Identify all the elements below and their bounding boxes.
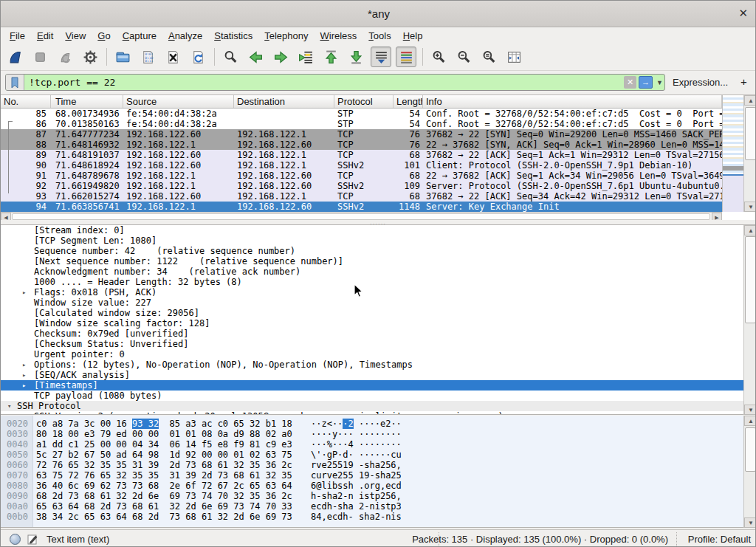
hex-row[interactable]: 0060 72 76 65 32 35 35 31 39 2d 73 68 61… <box>1 460 743 470</box>
menu-wireless[interactable]: Wireless <box>315 29 363 43</box>
column-header-len[interactable]: Length <box>394 95 423 108</box>
expand-arrow-icon[interactable]: ▸ <box>22 287 26 297</box>
detail-row[interactable]: Checksum: 0x79ed [unverified] <box>1 328 743 339</box>
filter-bookmark-button[interactable] <box>6 75 24 90</box>
detail-row[interactable]: TCP payload (1080 bytes) <box>1 391 743 401</box>
packet-row[interactable]: 92 71.661949820 192.168.122.1 192.168.12… <box>1 181 722 191</box>
detail-row[interactable]: ▸ [SEQ/ACK analysis] <box>1 370 743 380</box>
detail-row[interactable]: [Next sequence number: 1122 (relative se… <box>1 256 743 266</box>
expand-arrow-icon[interactable]: ▾ <box>7 401 11 411</box>
detail-row[interactable]: [Checksum Status: Unverified] <box>1 339 743 349</box>
scroll-up-icon[interactable]: ▲ <box>744 225 756 235</box>
capture-restart-icon[interactable] <box>55 47 75 67</box>
hex-row[interactable]: 0070 63 75 72 76 65 32 35 35 31 39 2d 73… <box>1 470 743 481</box>
menu-edit[interactable]: Edit <box>31 29 59 43</box>
capture-stop-icon[interactable] <box>30 47 50 67</box>
packet-row[interactable]: 85 68.001734936 fe:54:00:d4:38:2a STP 54… <box>1 109 722 119</box>
close-window-icon[interactable]: ✕ <box>738 7 748 20</box>
hex-row[interactable]: 00b0 38 34 2c 65 63 64 68 2d 73 68 61 32… <box>1 512 743 522</box>
menu-file[interactable]: File <box>4 29 31 43</box>
hex-row[interactable]: 0030 80 18 00 e3 79 ed 00 00 01 01 08 0a… <box>1 429 743 439</box>
title-bar[interactable]: *any ✕ <box>1 1 756 27</box>
detail-row[interactable]: [Stream index: 0] <box>1 225 743 235</box>
detail-row[interactable]: Urgent pointer: 0 <box>1 349 743 359</box>
menu-view[interactable]: View <box>59 29 92 43</box>
packet-row[interactable]: 94 71.663856741 192.168.122.1 192.168.12… <box>1 202 722 212</box>
find-packet-icon[interactable] <box>220 47 241 67</box>
filter-clear-icon[interactable]: ✕ <box>624 76 636 89</box>
go-last-icon[interactable] <box>346 47 366 67</box>
scrollbar-thumb[interactable] <box>745 107 756 160</box>
go-to-packet-icon[interactable] <box>295 47 316 67</box>
detail-row[interactable]: ▸ SSH Version 2 (encryption:chacha20-pol… <box>1 411 743 415</box>
scroll-down-icon[interactable]: ▼ <box>744 517 756 528</box>
menu-analyze[interactable]: Analyze <box>162 29 208 43</box>
packet-row[interactable]: 88 71.648146932 192.168.122.1 192.168.12… <box>1 140 722 150</box>
hex-row[interactable]: 0080 36 40 6c 69 62 73 73 68 2e 6f 72 67… <box>1 481 743 491</box>
detail-row[interactable]: Window size value: 227 <box>1 297 743 308</box>
intelligent-scrollbar-minimap[interactable] <box>722 95 743 212</box>
packet-row[interactable]: 91 71.648789678 192.168.122.1 192.168.12… <box>1 171 722 181</box>
details-vscrollbar[interactable]: ▲ ▼ <box>743 225 756 415</box>
detail-row[interactable]: [Calculated window size: 29056] <box>1 308 743 318</box>
menu-capture[interactable]: Capture <box>117 29 162 43</box>
resize-columns-icon[interactable] <box>504 47 524 67</box>
packet-list-header[interactable]: No.TimeSourceDestinationProtocolLengthIn… <box>1 95 722 109</box>
capture-options-icon[interactable] <box>80 47 100 67</box>
detail-row[interactable]: [TCP Segment Len: 1080] <box>1 235 743 246</box>
detail-row[interactable]: 1000 .... = Header Length: 32 bytes (8) <box>1 277 743 287</box>
capture-comment-icon[interactable] <box>27 534 38 545</box>
packet-row[interactable]: 87 71.647777234 192.168.122.60 192.168.1… <box>1 129 722 140</box>
filter-dropdown-icon[interactable]: ▼ <box>655 79 664 86</box>
expert-info-icon[interactable] <box>10 534 21 545</box>
expand-arrow-icon[interactable]: ▸ <box>22 380 26 391</box>
hex-row[interactable]: 0090 68 2d 73 68 61 32 2d 6e 69 73 74 70… <box>1 491 743 501</box>
packet-list-vscrollbar[interactable]: ▲ ▼ <box>743 95 756 212</box>
menu-statistics[interactable]: Statistics <box>208 29 258 43</box>
detail-row[interactable]: ▾ SSH Protocol <box>1 401 743 411</box>
column-header-dst[interactable]: Destination <box>234 95 334 108</box>
go-back-icon[interactable] <box>245 47 266 67</box>
packet-row[interactable]: 93 71.662015274 192.168.122.60 192.168.1… <box>1 191 722 202</box>
file-open-icon[interactable] <box>112 47 133 67</box>
zoom-100-icon[interactable] <box>478 47 499 67</box>
menu-tools[interactable]: Tools <box>362 29 396 43</box>
go-forward-icon[interactable] <box>270 47 291 67</box>
column-header-time[interactable]: Time <box>51 95 123 108</box>
auto-scroll-icon[interactable] <box>371 47 391 67</box>
detail-row[interactable]: ▸ [Timestamps] <box>1 380 743 391</box>
expand-arrow-icon[interactable]: ▸ <box>22 370 26 380</box>
packet-row[interactable]: 90 71.648618924 192.168.122.60 192.168.1… <box>1 160 722 171</box>
file-close-icon[interactable] <box>162 47 183 67</box>
zoom-out-icon[interactable] <box>453 47 474 67</box>
colorize-packets-icon[interactable] <box>396 47 416 67</box>
file-save-icon[interactable]: 010101100111 <box>137 47 158 67</box>
scroll-up-icon[interactable]: ▲ <box>744 416 756 426</box>
column-header-info[interactable]: Info <box>423 95 722 108</box>
menu-go[interactable]: Go <box>92 29 116 43</box>
scrollbar-thumb[interactable] <box>745 236 756 323</box>
scroll-up-icon[interactable]: ▲ <box>744 95 756 106</box>
hex-row[interactable]: 0020 c0 a8 7a 3c 00 16 93 32 85 a3 ac c0… <box>1 419 743 429</box>
scroll-down-icon[interactable]: ▼ <box>744 202 756 212</box>
detail-row[interactable]: ▸ Options: (12 bytes), No-Operation (NOP… <box>1 359 743 370</box>
column-header-no[interactable]: No. <box>1 95 51 108</box>
column-header-src[interactable]: Source <box>123 95 234 108</box>
packet-row[interactable]: 89 71.648191037 192.168.122.60 192.168.1… <box>1 150 722 160</box>
packet-row[interactable]: 86 70.013850163 fe:54:00:d4:38:2a STP 54… <box>1 119 722 129</box>
file-reload-icon[interactable] <box>188 47 208 67</box>
hex-row[interactable]: 00a0 65 63 64 68 2d 73 68 61 32 2d 6e 69… <box>1 501 743 512</box>
menu-help[interactable]: Help <box>397 29 429 43</box>
zoom-in-icon[interactable] <box>428 47 449 67</box>
menu-telephony[interactable]: Telephony <box>258 29 314 43</box>
scrollbar-thumb[interactable] <box>12 213 710 220</box>
display-filter-input[interactable] <box>24 75 624 90</box>
capture-start-icon[interactable] <box>4 47 25 67</box>
column-header-proto[interactable]: Protocol <box>334 95 394 108</box>
filter-apply-icon[interactable]: → <box>639 76 653 89</box>
expand-arrow-icon[interactable]: ▸ <box>22 411 26 415</box>
expression-button[interactable]: Expression... <box>673 77 728 88</box>
hex-row[interactable]: 0040 a1 dd c1 25 00 00 04 34 06 14 f5 e8… <box>1 439 743 450</box>
status-profile[interactable]: Profile: Default <box>688 534 751 545</box>
expand-arrow-icon[interactable]: ▸ <box>22 359 26 370</box>
